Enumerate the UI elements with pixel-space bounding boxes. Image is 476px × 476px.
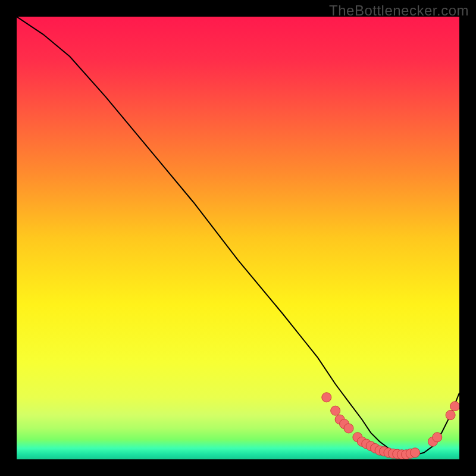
- data-marker: [446, 411, 455, 420]
- data-marker: [411, 448, 420, 458]
- data-marker: [433, 433, 442, 442]
- data-marker: [450, 402, 459, 411]
- gradient-background: [17, 17, 459, 459]
- data-marker: [322, 393, 331, 402]
- data-marker: [344, 424, 353, 433]
- chart-plot: [17, 17, 459, 459]
- data-marker: [331, 406, 340, 415]
- chart-frame: TheBottlenecker.com: [0, 0, 476, 476]
- chart-svg: [17, 17, 459, 459]
